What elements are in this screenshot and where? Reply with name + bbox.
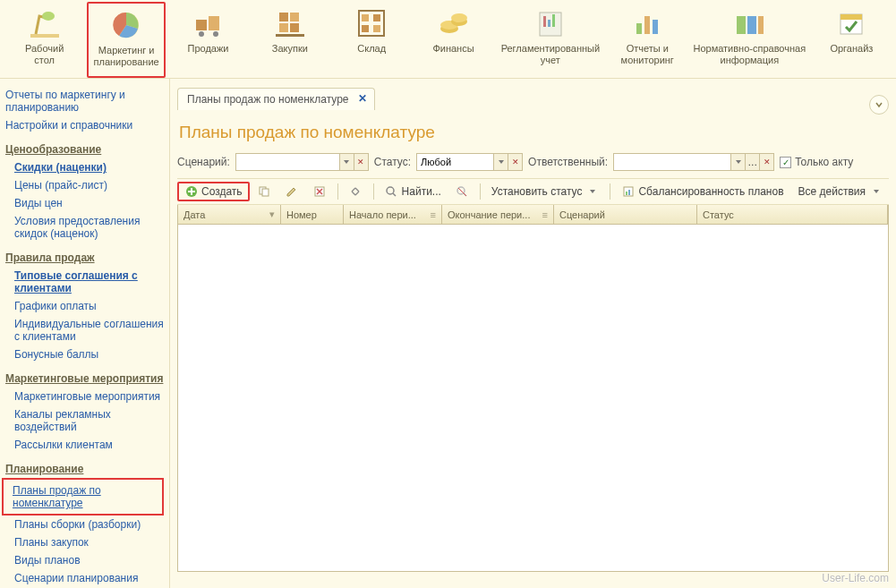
edit-button[interactable]	[279, 182, 305, 201]
col-scenario[interactable]: Сценарий	[554, 205, 697, 224]
search-clear-icon	[456, 185, 469, 199]
svg-rect-40	[626, 192, 627, 195]
separator	[337, 183, 338, 200]
ribbon-label: Отчеты имониторинг	[610, 43, 685, 66]
delete-button[interactable]	[307, 182, 333, 201]
col-period-end[interactable]: Окончание пери...≡	[442, 205, 554, 224]
sort-icon: ≡	[542, 209, 548, 220]
sidebar-item-plans-sales[interactable]: Планы продаж по номенклатуре	[7, 481, 158, 512]
col-status[interactable]: Статус	[697, 205, 888, 224]
set-status-button[interactable]: Установить статус	[485, 182, 606, 201]
grid-body[interactable]	[177, 225, 889, 572]
dropdown-icon[interactable]	[730, 154, 745, 170]
sidebar-item[interactable]: Условия предоставления скидок (наценок)	[5, 212, 164, 243]
ribbon-label: Склад	[335, 43, 409, 55]
sidebar-item[interactable]: Виды планов	[5, 551, 164, 569]
search-icon	[385, 185, 398, 199]
filter-label-status: Статус:	[374, 156, 411, 168]
sidebar-item[interactable]: Маркетинговые мероприятия	[5, 388, 164, 405]
svg-rect-15	[362, 25, 369, 32]
status-select[interactable]: ✕	[416, 153, 523, 171]
svg-rect-30	[758, 16, 764, 34]
sidebar-item[interactable]: Виды цен	[5, 194, 164, 212]
svg-rect-35	[262, 189, 269, 196]
ribbon-finance[interactable]: Финансы	[414, 2, 492, 78]
ribbon-nsi[interactable]: Нормативно-справочнаяинформация	[690, 2, 809, 78]
svg-rect-14	[373, 14, 380, 21]
watermark: User-Life.com	[822, 572, 889, 584]
ribbon-label: Органайз	[815, 43, 889, 55]
find-label: Найти...	[402, 185, 441, 198]
scenario-select[interactable]: ✕	[235, 153, 369, 171]
svg-rect-13	[362, 14, 369, 21]
set-status-label: Установить статус	[491, 185, 583, 198]
sort-icon: ▾	[269, 209, 275, 220]
clear-icon[interactable]: ✕	[508, 154, 522, 170]
close-tab-icon[interactable]: ✕	[356, 92, 369, 105]
status-input[interactable]	[417, 154, 493, 170]
ribbon-marketing[interactable]: Маркетинг ипланирование	[87, 2, 166, 78]
checkbox-icon[interactable]: ✓	[780, 157, 791, 168]
scenario-input[interactable]	[236, 154, 339, 170]
create-button[interactable]: Создать	[177, 182, 250, 201]
balance-button[interactable]: Сбалансированность планов	[615, 182, 789, 201]
sidebar-item[interactable]: Графики оплаты	[5, 297, 164, 315]
ribbon-regulated[interactable]: Регламентированныйучет	[496, 2, 604, 78]
separator	[373, 183, 374, 200]
ribbon-label: Нормативно-справочнаяинформация	[692, 43, 807, 66]
calendar-check-icon	[832, 5, 871, 41]
col-period-start[interactable]: Начало пери...≡	[344, 205, 442, 224]
svg-point-6	[213, 31, 218, 37]
filter-label-resp: Ответственный:	[528, 156, 608, 168]
svg-rect-11	[276, 34, 304, 37]
dropdown-icon[interactable]	[339, 154, 354, 170]
report-icon	[531, 5, 570, 41]
ellipsis-icon[interactable]: …	[745, 154, 759, 170]
tab-plans-sales[interactable]: Планы продаж по номенклатуре ✕	[177, 88, 375, 110]
sidebar-item[interactable]: Каналы рекламных воздействий	[5, 405, 164, 436]
sidebar-item[interactable]: Сценарии планирования	[5, 569, 164, 587]
ribbon-warehouse[interactable]: Склад	[333, 2, 411, 78]
sidebar-item[interactable]: Планы закупок	[5, 533, 164, 551]
all-actions-button[interactable]: Все действия	[792, 182, 889, 201]
col-number[interactable]: Номер	[281, 205, 344, 224]
sidebar-item[interactable]: Рассылки клиентам	[5, 436, 164, 454]
ribbon-sales[interactable]: Продажи	[169, 2, 247, 78]
folders-icon	[730, 5, 769, 41]
boxes-cart-icon	[189, 5, 228, 41]
ribbon-label: Закупки	[252, 43, 327, 55]
clear-icon[interactable]: ✕	[759, 154, 773, 170]
dropdown-icon[interactable]	[493, 154, 508, 170]
sidebar-top-link[interactable]: Настройки и справочники	[5, 116, 164, 134]
plus-icon	[184, 185, 198, 199]
responsible-input[interactable]	[614, 154, 730, 170]
sidebar-group-head: Маркетинговые мероприятия	[5, 363, 164, 388]
copy-button[interactable]	[252, 182, 277, 201]
sidebar-item[interactable]: Цены (прайс-лист)	[5, 176, 164, 194]
clear-find-button[interactable]	[449, 182, 475, 201]
ribbon-label: Маркетинг ипланирование	[90, 45, 162, 68]
only-actual-checkbox[interactable]: ✓ Только акту	[780, 156, 853, 168]
svg-point-1	[42, 12, 55, 21]
sidebar-item[interactable]: Скидки (наценки)	[5, 158, 164, 176]
ribbon-reports[interactable]: Отчеты имониторинг	[609, 2, 687, 78]
tabs-chevron-button[interactable]	[869, 95, 889, 115]
sidebar-item[interactable]: Бонусные баллы	[5, 345, 164, 363]
svg-rect-29	[747, 16, 756, 34]
sidebar-item[interactable]: Типовые соглашения с клиентами	[5, 267, 164, 297]
sidebar-item[interactable]: Индивидуальные соглашения с клиентами	[5, 315, 164, 345]
refresh-button[interactable]	[343, 182, 369, 201]
find-button[interactable]: Найти...	[379, 182, 448, 201]
responsible-select[interactable]: … ✕	[613, 153, 774, 171]
clear-icon[interactable]: ✕	[354, 154, 368, 170]
col-date[interactable]: Дата▾	[178, 205, 281, 224]
chevron-down-icon	[585, 185, 599, 199]
ribbon-desktop[interactable]: Рабочийстол	[5, 2, 83, 78]
sidebar-top-link[interactable]: Отчеты по маркетингу и планированию	[5, 86, 164, 116]
delete-mark-icon	[313, 185, 327, 199]
create-label: Создать	[201, 185, 243, 198]
ribbon-purchases[interactable]: Закупки	[251, 2, 329, 78]
ribbon-organizer[interactable]: Органайз	[813, 2, 891, 78]
sidebar-item[interactable]: Планы сборки (разборки)	[5, 516, 164, 533]
top-ribbon: Рабочийстол Маркетинг ипланирование Прод…	[0, 0, 896, 79]
